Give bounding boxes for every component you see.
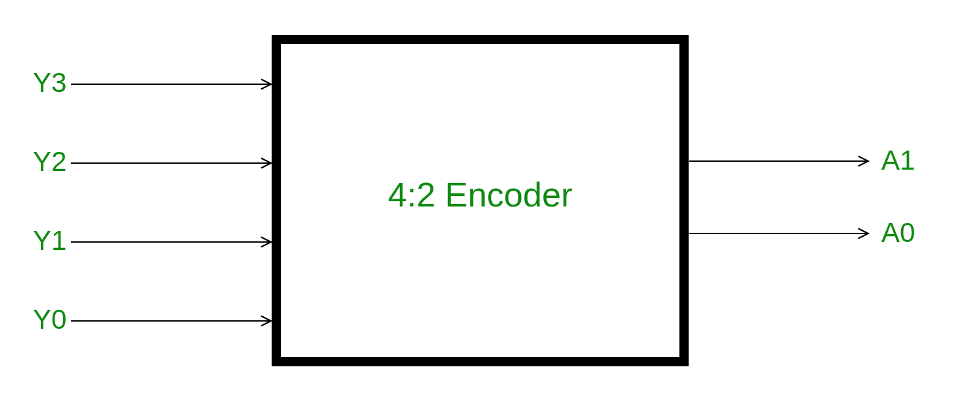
input-label-y1: Y1 (33, 225, 66, 256)
input-label-y0: Y0 (33, 304, 66, 335)
output-label-a1: A1 (881, 145, 915, 176)
input-label-y2: Y2 (33, 146, 66, 177)
encoder-diagram: 4:2 Encoder Y3 Y2 Y1 Y0 A1 A0 (0, 0, 980, 413)
encoder-title: 4:2 Encoder (388, 176, 572, 214)
input-label-y3: Y3 (33, 67, 66, 98)
output-label-a0: A0 (881, 217, 915, 248)
